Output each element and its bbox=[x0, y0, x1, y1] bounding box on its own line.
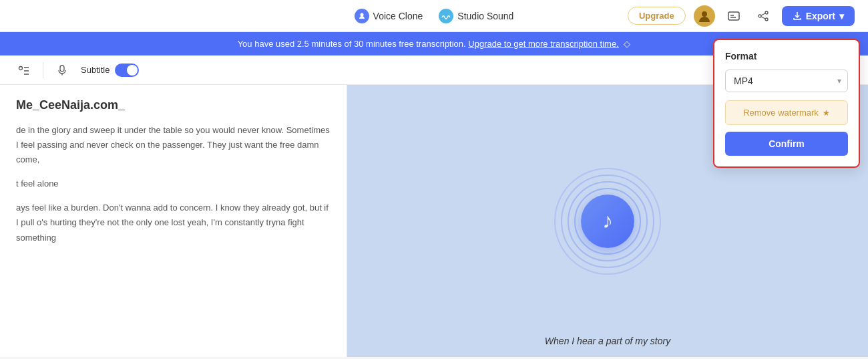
svg-line-9 bbox=[761, 17, 765, 19]
avatar[interactable] bbox=[694, 5, 715, 27]
microphone-icon[interactable] bbox=[51, 59, 73, 81]
studio-sound-icon bbox=[439, 9, 453, 23]
subtitle-toggle-switch[interactable] bbox=[115, 64, 139, 77]
svg-point-6 bbox=[765, 18, 768, 21]
star-icon: ★ bbox=[823, 108, 830, 118]
svg-rect-14 bbox=[60, 66, 64, 72]
toolbar-divider bbox=[43, 62, 43, 78]
music-core: ♪ bbox=[581, 195, 634, 248]
transcript-paragraph-2: t feel alone bbox=[16, 176, 331, 191]
music-visual: ♪ bbox=[554, 168, 661, 275]
captions-icon[interactable] bbox=[723, 5, 744, 27]
format-select-wrapper: MP4 MP3 WAV SRT TXT ▾ bbox=[725, 70, 848, 92]
header-center: Voice Clone Studio Sound bbox=[355, 9, 514, 23]
studio-sound-nav[interactable]: Studio Sound bbox=[439, 9, 513, 23]
export-panel: Format MP4 MP3 WAV SRT TXT ▾ Remove wate… bbox=[713, 39, 860, 168]
transcript-text: de in the glory and sweep it under the t… bbox=[16, 123, 331, 245]
transcript-paragraph-1: de in the glory and sweep it under the t… bbox=[16, 123, 331, 167]
format-select[interactable]: MP4 MP3 WAV SRT TXT bbox=[725, 70, 848, 92]
export-chevron-icon: ▾ bbox=[839, 11, 844, 21]
svg-point-5 bbox=[765, 11, 768, 14]
music-note-icon: ♪ bbox=[602, 209, 613, 233]
svg-point-0 bbox=[360, 13, 363, 16]
svg-line-8 bbox=[761, 13, 765, 15]
banner-upgrade-link[interactable]: Upgrade to get more transcription time. bbox=[468, 39, 618, 49]
confirm-button[interactable]: Confirm bbox=[725, 132, 848, 156]
subtitle-label: Subtitle bbox=[81, 65, 110, 75]
banner-text: You have used 2.5 minutes of 30 minutes … bbox=[238, 39, 466, 49]
video-subtitle: When I hear a part of my story bbox=[545, 336, 670, 346]
voice-clone-label: Voice Clone bbox=[373, 11, 423, 21]
transcript-title: Me_CeeNaija.com_ bbox=[16, 98, 331, 112]
export-label: Export bbox=[806, 11, 835, 21]
upgrade-button[interactable]: Upgrade bbox=[628, 7, 686, 25]
subtitle-toggle: Subtitle bbox=[81, 64, 139, 77]
diamond-icon: ◇ bbox=[624, 39, 630, 49]
remove-watermark-button[interactable]: Remove watermark ★ bbox=[725, 100, 848, 125]
svg-point-1 bbox=[702, 11, 707, 17]
studio-sound-label: Studio Sound bbox=[457, 11, 513, 21]
svg-rect-2 bbox=[728, 12, 739, 20]
voice-clone-nav[interactable]: Voice Clone bbox=[355, 9, 423, 23]
header-right: Upgrade bbox=[513, 5, 855, 27]
transcript-paragraph-3: ays feel like a burden. Don't wanna add … bbox=[16, 201, 331, 245]
voice-clone-icon bbox=[355, 9, 369, 23]
svg-point-10 bbox=[19, 66, 23, 70]
svg-point-7 bbox=[758, 15, 761, 17]
transcript-panel: Me_CeeNaija.com_ de in the glory and swe… bbox=[0, 85, 347, 357]
export-panel-title: Format bbox=[725, 51, 848, 62]
person-lines-icon[interactable] bbox=[13, 59, 35, 81]
remove-watermark-label: Remove watermark bbox=[743, 108, 819, 118]
share-icon[interactable] bbox=[752, 5, 774, 27]
header: Voice Clone Studio Sound Upgrade bbox=[0, 0, 868, 32]
export-button[interactable]: Export ▾ bbox=[782, 6, 855, 26]
